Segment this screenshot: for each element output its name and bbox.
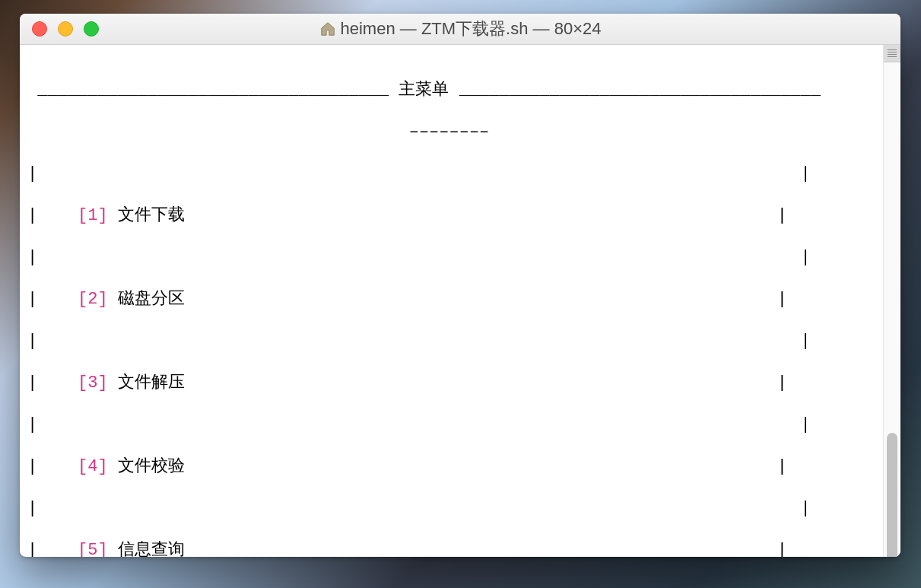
terminal-body[interactable]: ___________________________________ 主菜单 … bbox=[20, 45, 900, 557]
desktop-background: heimen — ZTM下载器.sh — 80×24 _____________… bbox=[0, 0, 921, 588]
menu-label: 文件解压 bbox=[118, 373, 185, 393]
zoom-button[interactable] bbox=[84, 21, 99, 37]
menu-key: [4] bbox=[78, 457, 108, 476]
menu-border-side: | | bbox=[27, 331, 893, 352]
menu-border-under: –––––––– bbox=[27, 122, 893, 143]
titlebar: heimen — ZTM下载器.sh — 80×24 bbox=[20, 14, 900, 45]
menu-border-side: | | bbox=[27, 415, 893, 436]
window-controls bbox=[32, 21, 99, 37]
window-title-text: heimen — ZTM下载器.sh — 80×24 bbox=[341, 17, 602, 40]
menu-item: | [2] 磁盘分区 | bbox=[27, 289, 893, 310]
menu-item: | [5] 信息查询 | bbox=[27, 540, 893, 558]
menu-label: 磁盘分区 bbox=[118, 290, 185, 309]
window-title: heimen — ZTM下载器.sh — 80×24 bbox=[20, 17, 900, 40]
scrollbar-thumb[interactable] bbox=[887, 433, 897, 557]
menu-key: [1] bbox=[78, 206, 108, 225]
menu-label: 信息查询 bbox=[118, 541, 185, 558]
menu-border-side: | | bbox=[27, 164, 893, 185]
terminal-window: heimen — ZTM下载器.sh — 80×24 _____________… bbox=[20, 14, 900, 557]
menu-item: | [1] 文件下载 | bbox=[27, 205, 893, 227]
menu-border-side: | | bbox=[27, 247, 893, 269]
minimize-button[interactable] bbox=[58, 21, 73, 37]
menu-item: | [4] 文件校验 | bbox=[27, 456, 893, 478]
menu-item: | [3] 文件解压 | bbox=[27, 373, 893, 394]
menu-key: [3] bbox=[78, 373, 108, 393]
menu-key: [5] bbox=[78, 541, 108, 558]
menu-border-top: ___________________________________ 主菜单 … bbox=[27, 80, 893, 101]
home-icon bbox=[319, 21, 336, 37]
scrollbar-top-hatch-icon bbox=[884, 45, 900, 62]
menu-label: 文件下载 bbox=[118, 206, 185, 225]
scrollbar[interactable] bbox=[883, 45, 900, 557]
menu-label: 文件校验 bbox=[118, 457, 185, 476]
menu-key: [2] bbox=[78, 290, 108, 309]
menu-border-side: | | bbox=[27, 498, 893, 520]
close-button[interactable] bbox=[32, 21, 47, 37]
